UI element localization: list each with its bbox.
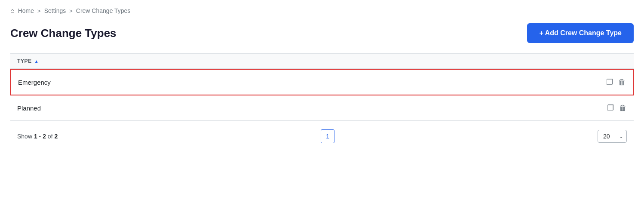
delete-icon-planned[interactable]: 🗑 <box>619 104 627 113</box>
row-actions-planned: ❐ 🗑 <box>607 103 627 113</box>
per-page-wrapper: 10 20 50 100 ⌄ <box>598 130 627 143</box>
add-crew-change-type-button[interactable]: + Add Crew Change Type <box>527 23 634 43</box>
row-actions-emergency: ❐ 🗑 <box>606 77 626 87</box>
home-icon: ⌂ <box>10 7 15 15</box>
page-title: Crew Change Types <box>10 27 117 40</box>
breadcrumb-sep-2: > <box>69 8 73 14</box>
table-header: TYPE ▲ <box>10 54 634 69</box>
row-name-emergency: Emergency <box>18 79 51 86</box>
sort-asc-icon[interactable]: ▲ <box>34 59 39 64</box>
per-page-select[interactable]: 10 20 50 100 <box>598 130 627 143</box>
total-count: 2 <box>54 133 58 140</box>
table-row: Emergency ❐ 🗑 <box>10 69 634 95</box>
show-range-text: Show 1 - 2 of 2 <box>17 133 58 140</box>
header-row: Crew Change Types + Add Crew Change Type <box>10 23 634 43</box>
edit-icon-emergency[interactable]: ❐ <box>606 77 613 87</box>
delete-icon-emergency[interactable]: 🗑 <box>618 78 626 87</box>
table-row: Planned ❐ 🗑 <box>10 95 634 121</box>
page-button-1[interactable]: 1 <box>321 129 334 143</box>
row-name-planned: Planned <box>17 104 41 112</box>
breadcrumb: ⌂ Home > Settings > Crew Change Types <box>10 7 634 15</box>
range-start: 1 <box>34 133 37 140</box>
edit-icon-planned[interactable]: ❐ <box>607 103 614 113</box>
page-controls: 1 <box>321 129 334 143</box>
breadcrumb-current: Crew Change Types <box>76 7 131 14</box>
range-end: 2 <box>43 133 46 140</box>
page-wrapper: ⌂ Home > Settings > Crew Change Types Cr… <box>0 0 644 218</box>
col-type-label: TYPE <box>17 58 32 64</box>
breadcrumb-settings[interactable]: Settings <box>44 7 66 14</box>
breadcrumb-sep-1: > <box>37 8 41 14</box>
breadcrumb-home[interactable]: Home <box>18 7 34 14</box>
pagination-footer: Show 1 - 2 of 2 1 10 20 50 100 ⌄ <box>10 121 634 147</box>
